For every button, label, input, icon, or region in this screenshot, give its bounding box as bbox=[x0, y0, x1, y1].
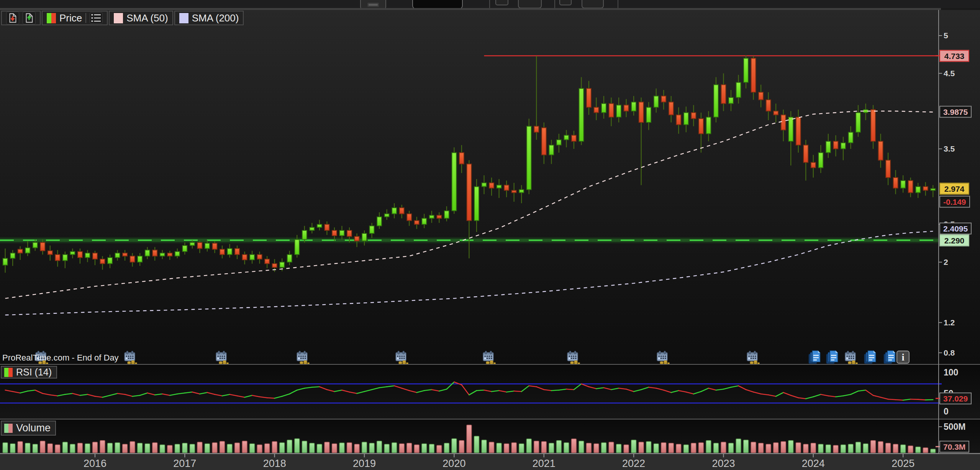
sma200-label: SMA (200) bbox=[192, 12, 239, 24]
price-axis-tick-label: 1.2 bbox=[944, 318, 955, 327]
calendar-coins-icon[interactable] bbox=[296, 350, 310, 366]
red-level-box: 4.733 bbox=[939, 50, 969, 62]
price-panel-toolbar: Price SMA (50) SMA (200) bbox=[1, 11, 244, 25]
chart-canvas[interactable] bbox=[0, 0, 980, 470]
last-price-box: 2.974 bbox=[939, 183, 969, 195]
news-pages-icon[interactable] bbox=[883, 349, 897, 366]
volume-axis-tick-label: 500M bbox=[944, 422, 966, 432]
export-chart-down-icon bbox=[7, 13, 18, 23]
chart-import-export-group bbox=[1, 11, 41, 25]
sma50-indicator-chip[interactable]: SMA (50) bbox=[109, 11, 173, 25]
export-chart-button[interactable] bbox=[6, 11, 19, 24]
sma200-value-box: 2.4095 bbox=[939, 223, 972, 235]
rsi-swatch bbox=[4, 368, 13, 377]
price-axis-tick-label: 4.5 bbox=[944, 69, 955, 78]
rsi-axis-tick-label: 0 bbox=[944, 406, 949, 417]
year-label-2021: 2021 bbox=[533, 458, 556, 470]
calendar-coins-icon[interactable] bbox=[215, 350, 229, 366]
year-label-2022: 2022 bbox=[622, 458, 645, 470]
indicator-list-button[interactable] bbox=[90, 12, 103, 24]
year-label-2023: 2023 bbox=[712, 458, 735, 470]
news-pages-icon[interactable] bbox=[863, 349, 878, 366]
change-value-box: -0.149 bbox=[939, 196, 970, 208]
price-series-label: Price bbox=[59, 12, 82, 24]
import-chart-up-icon bbox=[24, 13, 34, 23]
calendar-coins-icon[interactable] bbox=[395, 350, 408, 366]
calendar-coins-icon[interactable] bbox=[123, 350, 137, 366]
group-divider bbox=[85, 13, 86, 23]
news-pages-icon[interactable] bbox=[808, 349, 822, 366]
calendar-coins-icon[interactable] bbox=[746, 350, 760, 366]
volume-label-text: Volume bbox=[16, 422, 51, 434]
green-level-box: 2.290 bbox=[939, 235, 969, 246]
sma50-label: SMA (50) bbox=[126, 12, 168, 24]
proRealTime-chart-window: Price SMA (50) SMA (200) ProRea bbox=[0, 0, 980, 470]
calendar-coins-icon[interactable] bbox=[656, 350, 670, 366]
watermark: ProRealTime.com - End of Day bbox=[2, 353, 119, 363]
year-label-2024: 2024 bbox=[802, 458, 825, 470]
import-chart-button[interactable] bbox=[23, 11, 36, 24]
year-label-2020: 2020 bbox=[442, 458, 465, 470]
indicator-list-icon bbox=[91, 13, 102, 23]
rsi-indicator-label[interactable]: RSI (14) bbox=[1, 366, 57, 379]
year-label-2017: 2017 bbox=[173, 458, 196, 470]
sma200-indicator-chip[interactable]: SMA (200) bbox=[174, 11, 244, 25]
sma50-swatch bbox=[114, 13, 123, 23]
year-label-2019: 2019 bbox=[353, 458, 376, 470]
news-pages-icon[interactable] bbox=[825, 349, 840, 366]
sma200-swatch bbox=[179, 13, 188, 23]
price-axis-tick-label: 0.8 bbox=[944, 348, 955, 357]
rsi-value-box: 37.029 bbox=[939, 393, 972, 405]
price-axis-tick-label: 5 bbox=[944, 31, 948, 40]
volume-indicator-label[interactable]: Volume bbox=[1, 421, 56, 436]
year-label-2018: 2018 bbox=[263, 458, 286, 470]
price-axis-tick-label: 2 bbox=[944, 258, 948, 267]
year-label-2016: 2016 bbox=[84, 458, 107, 470]
calendar-coins-icon[interactable] bbox=[566, 350, 580, 366]
volume-value-box: 70.3M bbox=[939, 441, 969, 453]
calendar-coins-icon[interactable] bbox=[844, 350, 858, 366]
rsi-axis-tick-label: 100 bbox=[944, 367, 958, 378]
calendar-coins-icon[interactable] bbox=[482, 350, 496, 366]
info-icon[interactable]: i bbox=[896, 351, 910, 364]
volume-swatch bbox=[4, 424, 13, 433]
sma50-value-box: 3.9875 bbox=[939, 106, 972, 118]
price-axis-tick-label: 3.5 bbox=[944, 144, 955, 153]
price-series-swatch bbox=[47, 13, 56, 23]
price-series-group[interactable]: Price bbox=[42, 11, 108, 25]
year-label-2025: 2025 bbox=[892, 458, 914, 470]
rsi-label-text: RSI (14) bbox=[16, 367, 52, 378]
